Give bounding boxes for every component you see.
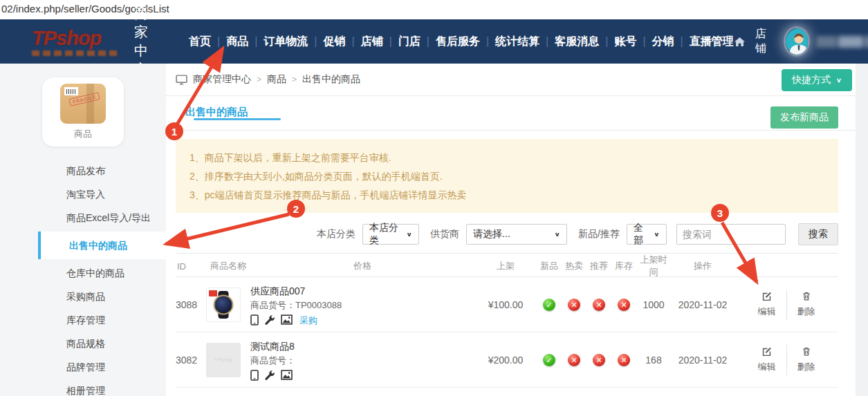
tab-label: 出售中的商品 [185,106,248,117]
nav-item[interactable]: 订单物流 [264,35,308,49]
tab-on-sale-goods[interactable]: 出售中的商品 [185,106,248,119]
mobile-icon[interactable] [250,370,259,383]
sidebar-item[interactable]: 商品Excel导入/导出 [0,206,166,229]
breadcrumb-item[interactable]: 商家管理中心 [193,73,251,86]
nav-item[interactable]: 直播管理 [690,35,734,49]
edit-button[interactable]: 编辑 [748,291,786,318]
store-link[interactable]: 店铺 [734,27,770,56]
breadcrumb-item[interactable]: 商品 [267,73,286,86]
product-sku: 商品货号：TP0003088 [250,298,474,312]
user-avatar[interactable] [786,28,808,55]
edit-button[interactable]: 编辑 [748,346,786,373]
row-operations: 编辑 删除 [735,345,838,375]
search-input[interactable] [676,224,786,245]
product-stock: 1000 [636,299,671,310]
sidebar-item[interactable]: 淘宝导入 [0,182,166,206]
shop-category-select[interactable]: 本店分类 ∨ [362,224,419,245]
sidebar-item[interactable]: 相册管理 [0,379,166,396]
nav-item[interactable]: 分销 [652,35,674,49]
status-on-sale-icon[interactable]: ✓ [543,299,555,311]
breadcrumb: 商家管理中心 > 商品 > 出售中的商品 [193,73,360,86]
sidebar-item[interactable]: 仓库中的商品 [0,261,166,285]
edit-label: 编辑 [758,305,776,318]
breadcrumb-bar: 商家管理中心 > 商品 > 出售中的商品 快捷方式 ∨ [166,64,856,96]
sku-label: 商品货号： [250,300,295,310]
header-right: 店铺 [734,27,868,56]
trash-icon [802,346,811,359]
mobile-icon[interactable] [250,314,259,328]
nav-item[interactable]: 商品 [226,35,248,49]
status-recommend-icon[interactable]: ✕ [618,299,630,311]
goods-card-label: 商品 [74,128,92,140]
chevron-down-icon: ∨ [554,231,560,238]
wrench-icon[interactable] [264,314,275,328]
main-nav: 首页 | 商品 | 订单物流 | 促销 | 店铺 | 门店 | 售后服务 | 统… [189,35,734,49]
delete-label: 删除 [797,361,815,373]
quick-actions-label: 快捷方式 [792,74,831,86]
product-id: 3088 [176,299,206,310]
nav-item[interactable]: 客服消息 [555,35,599,49]
column-header: 库存 [611,260,636,272]
nav-item[interactable]: 首页 [189,35,211,49]
status-hot-icon[interactable]: ✕ [593,354,605,366]
product-thumbnail[interactable] [206,287,241,322]
column-header: 操作 [671,260,735,272]
sidebar-item[interactable]: 商品发布 [0,159,166,182]
sidebar-item[interactable]: 商品规格 [0,332,166,355]
chevron-down-icon: ∨ [654,231,660,238]
sidebar-item[interactable]: 采购商品 [0,285,166,308]
wrench-icon[interactable] [264,370,275,383]
status-on-sale-icon[interactable]: ✓ [543,354,555,366]
edit-icon [761,346,772,359]
notice-line: 1、商品下架以后，重新上架之前需要平台审核. [190,149,824,167]
supplier-select[interactable]: 请选择... ∨ [466,224,567,245]
app-logo[interactable]: TPshop [32,27,120,56]
barcode-icon [64,87,78,95]
notice-line: 2、排序数字由大到小,如商品分类页面，默认的手机端首页. [190,167,824,186]
seller-goods-page: 02/index.php/seller/Goods/goodsList TPsh… [0,0,868,396]
breadcrumb-item[interactable]: 出售中的商品 [302,73,360,86]
nav-item[interactable]: 账号 [614,35,636,49]
nav-item[interactable]: 门店 [398,35,421,49]
nav-separator: | [681,35,683,48]
image-icon[interactable] [281,314,293,327]
publish-new-goods-button[interactable]: 发布新商品 [770,106,838,129]
delete-button[interactable]: 删除 [787,291,826,318]
new-recommend-label: 新品/推荐 [578,228,620,241]
search-button[interactable]: 搜索 [798,223,838,245]
quick-actions-button[interactable]: 快捷方式 ∨ [782,69,852,91]
store-label: 店铺 [755,27,770,56]
goods-category-card[interactable]: FRAGILE 商品 [42,77,124,147]
status-recommend-icon[interactable]: ✕ [618,354,630,366]
sidebar: FRAGILE 商品 商品发布 淘宝导入 商品Excel导入/导出 出售中的商品… [0,64,166,396]
new-recommend-select[interactable]: 全部 ∨ [627,224,667,245]
notice-box: 1、商品下架以后，重新上架之前需要平台审核. 2、排序数字由大到小,如商品分类页… [176,139,838,213]
nav-item[interactable]: 统计结算 [495,35,539,49]
status-new-icon[interactable]: ✕ [568,354,580,366]
column-header: 推荐 [587,260,611,272]
product-sku: 商品货号： [250,353,474,368]
notice-line: 3、pc端店铺首页显示推荐商品与新品，手机端店铺详情显示热卖 [190,186,824,205]
product-thumbnail[interactable]: TPshop [206,343,241,377]
delete-label: 删除 [797,305,815,318]
scrollbar-strip[interactable] [856,64,868,396]
delete-button[interactable]: 删除 [787,346,826,373]
sidebar-item[interactable]: 出售中的商品 [38,232,166,259]
image-icon[interactable] [281,370,293,382]
nav-item[interactable]: 促销 [323,35,345,49]
product-id: 3082 [176,355,206,366]
sidebar-item[interactable]: 品牌管理 [0,355,166,379]
nav-item[interactable]: 售后服务 [436,35,480,49]
edit-label: 编辑 [758,361,776,373]
shelf-time: 2020-11-02 [671,355,735,366]
status-new-icon[interactable]: ✕ [568,299,580,311]
home-icon [734,37,746,47]
purchase-link[interactable]: 采购 [299,314,317,327]
column-header: 价格 [250,260,474,272]
nav-separator: | [486,35,489,48]
status-hot-icon[interactable]: ✕ [593,299,605,311]
sidebar-item[interactable]: 库存管理 [0,308,166,332]
browser-url-bar[interactable]: 02/index.php/seller/Goods/goodsList [0,0,868,19]
nav-item[interactable]: 店铺 [361,35,383,49]
sale-badge-icon [209,290,217,296]
